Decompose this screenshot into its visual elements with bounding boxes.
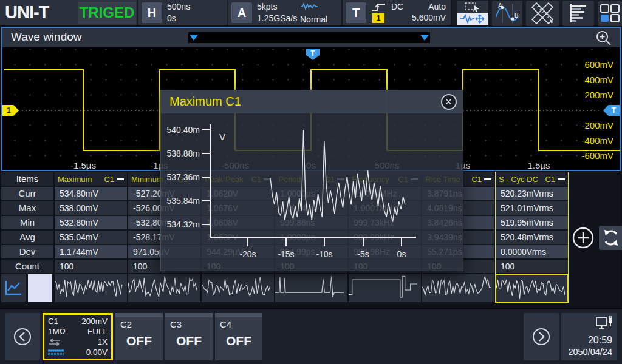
trigger-level-value: 5.600mV [412, 13, 446, 22]
prev-page-button[interactable] [5, 313, 40, 360]
voltage-label: 600mV [571, 59, 613, 70]
measure-channel: C1 [104, 175, 114, 184]
history-thumbnail[interactable] [55, 274, 127, 302]
offset-ground-icon [48, 349, 64, 356]
items-header: Items [1, 172, 53, 186]
channel1-impedance: 1MΩ [48, 326, 66, 337]
channel1-bandwidth: FULL [87, 326, 108, 337]
measurement-trend-popup[interactable]: Maximum C1 540.40m 538.88m 537.36m 535.8… [160, 90, 463, 271]
y-tick-label: 534.32m [167, 220, 200, 229]
measure-value: 519.95mVrms [496, 216, 568, 229]
channel4-button[interactable]: C4 OFF [215, 313, 262, 360]
button-tab [215, 313, 262, 317]
trigger-coupling-value: DC [391, 2, 403, 12]
x-tick-label: 0s [397, 249, 406, 259]
measure-value: 535.04mV [55, 231, 127, 244]
system-clock-panel[interactable]: 20:59 2050/04/24 [561, 313, 617, 360]
horizontal-offset-value: 0s [167, 13, 190, 24]
channel1-name: C1 [48, 316, 58, 326]
dropdown-right-arrow-icon[interactable] [420, 35, 429, 41]
column-header[interactable]: S - Cyc DCC1 [496, 172, 568, 186]
channel3-button[interactable]: C3 OFF [165, 313, 213, 360]
oscilloscope-screen: UNI-T TRIGED H 500ns 0s A 5kpts 1.25GSa/… [0, 0, 622, 364]
dropdown-left-arrow-icon[interactable] [190, 35, 198, 41]
coupling-icon [48, 339, 61, 346]
popup-title: Maximum C1 [169, 95, 241, 109]
thumbnail-selector[interactable] [28, 274, 52, 302]
histogram-statistics-icon[interactable] [562, 1, 594, 26]
history-thumbnail[interactable] [275, 274, 347, 302]
history-thumbnail[interactable] [349, 274, 421, 302]
channel2-button[interactable]: C2 OFF [115, 313, 163, 360]
trend-chart-icon[interactable] [1, 274, 26, 302]
row-label: Avg [1, 231, 53, 244]
acquire-settings-button[interactable]: A 5kpts 1.25GSa/s Normal [228, 0, 341, 25]
measure-value: 521.01mVrms [496, 201, 568, 215]
measure-column-maximum[interactable]: MaximumC1534.80mV538.00mV532.80mV535.04m… [55, 172, 127, 302]
measure-value: 100 [496, 260, 568, 273]
acquire-label: A [231, 2, 252, 23]
horizontal-settings-button[interactable]: H 500ns 0s [138, 0, 227, 25]
cursor-measure-icon[interactable]: A B [492, 1, 522, 26]
trace-style-indicator [558, 178, 565, 180]
refresh-icon [601, 228, 621, 248]
history-thumbnail[interactable] [202, 274, 274, 302]
channel4-state: OFF [215, 334, 262, 348]
close-icon[interactable] [441, 94, 457, 110]
toolbar-icons: A B [452, 0, 622, 25]
channel2-state: OFF [115, 334, 163, 348]
history-thumbnail[interactable] [128, 274, 200, 302]
zoom-in-icon[interactable] [595, 30, 612, 47]
voltage-label: 400mV [571, 75, 613, 85]
measure-value: 520.48mVrms [496, 231, 568, 244]
next-page-button[interactable] [524, 313, 559, 360]
svg-text:A: A [498, 2, 502, 9]
channel1-offset: 0.00V [86, 347, 108, 357]
trigger-slope-icon [371, 2, 386, 12]
x-tick-label: -15s [278, 249, 294, 259]
voltage-label: -600mV [571, 150, 613, 161]
channel2-name: C2 [120, 319, 132, 329]
measure-name: Maximum [58, 175, 92, 184]
wave-window-dropdown[interactable] [188, 32, 430, 43]
reset-statistics-button[interactable] [599, 226, 622, 250]
wave-window-header: Wave window [2, 28, 620, 47]
row-label: Dev [1, 245, 53, 258]
chevron-right-icon [531, 326, 552, 347]
clock-date: 2050/04/24 [568, 347, 612, 357]
svg-text:B: B [514, 12, 519, 19]
sample-rate-value: 1.25GSa/s [257, 13, 297, 24]
x-tick-label: -5s [357, 249, 369, 259]
display-layout-icon[interactable] [598, 1, 622, 26]
y-axis-unit: V [219, 132, 225, 142]
measure-value: 520.23mVrms [496, 187, 568, 200]
row-label: Min [1, 216, 53, 229]
trend-chart: 540.40m 538.88m 537.36m 535.84m 534.32m … [161, 113, 463, 271]
select-drag-toggle[interactable] [457, 1, 488, 25]
bottom-channel-bar: C1 200mV 1MΩ FULL 1X 0.00V [0, 308, 622, 364]
measure-value: 534.80mV [55, 187, 127, 200]
measure-value: 100 [55, 260, 127, 273]
column-header[interactable]: MaximumC1 [55, 172, 127, 186]
trigger-sweep-mode: Auto [428, 2, 446, 12]
y-tick-label: 535.84m [167, 196, 200, 206]
rect-select-icon[interactable] [457, 1, 488, 13]
measure-column-s-cyc-dc[interactable]: S - Cyc DCC1520.23mVrms521.01mVrms519.95… [496, 172, 568, 302]
row-label: Count [1, 260, 53, 273]
channel3-name: C3 [170, 319, 182, 329]
voltage-label: 200mV [571, 90, 613, 100]
trigger-settings-button[interactable]: T 1 DC Auto 5.600mV [343, 0, 451, 25]
channel1-probe: 1X [97, 337, 108, 347]
button-tab [165, 313, 213, 317]
popup-header[interactable]: Maximum C1 [161, 90, 463, 113]
top-status-bar: UNI-T TRIGED H 500ns 0s A 5kpts 1.25GSa/… [0, 0, 622, 25]
history-thumbnail[interactable] [496, 274, 568, 302]
acquire-mode-value: Normal [300, 14, 337, 25]
wave-drag-icon[interactable] [457, 13, 488, 25]
channel1-button[interactable]: C1 200mV 1MΩ FULL 1X 0.00V [43, 313, 113, 360]
measure-rulers-icon[interactable] [526, 1, 559, 26]
add-measurement-button[interactable] [571, 226, 595, 250]
acquire-mode-icon [300, 1, 318, 11]
voltage-label: -200mV [571, 120, 613, 130]
history-thumbnail[interactable] [422, 274, 494, 302]
